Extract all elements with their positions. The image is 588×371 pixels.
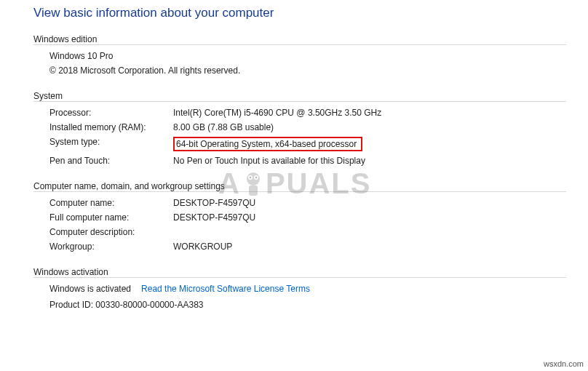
activation-status: Windows is activated — [49, 284, 131, 294]
system-type-highlight: 64-bit Operating System, x64-based proce… — [173, 137, 362, 151]
section-header-windows-activation: Windows activation — [33, 266, 566, 278]
pen-touch-label: Pen and Touch: — [49, 156, 173, 166]
processor-label: Processor: — [49, 108, 173, 118]
site-credit: wsxdn.com — [544, 359, 584, 368]
workgroup-value: WORKGROUP — [173, 242, 566, 252]
workgroup-label: Workgroup: — [49, 242, 173, 252]
ram-value: 8.00 GB (7.88 GB usable) — [173, 122, 566, 132]
computer-description-label: Computer description: — [49, 227, 173, 237]
pen-touch-value: No Pen or Touch Input is available for t… — [173, 156, 566, 166]
system-type-label: System type: — [49, 137, 173, 151]
processor-value: Intel(R) Core(TM) i5-4690 CPU @ 3.50GHz … — [173, 108, 566, 118]
full-computer-name-value: DESKTOP-F4597QU — [173, 212, 566, 223]
section-header-computer-name: Computer name, domain, and workgroup set… — [33, 180, 566, 192]
section-windows-edition: Windows edition Windows 10 Pro © 2018 Mi… — [33, 33, 566, 76]
section-computer-name: Computer name, domain, and workgroup set… — [33, 180, 566, 252]
ram-label: Installed memory (RAM): — [49, 122, 173, 132]
section-windows-activation: Windows activation Windows is activated … — [33, 266, 566, 310]
windows-edition-copyright: © 2018 Microsoft Corporation. All rights… — [49, 65, 566, 76]
system-type-value: 64-bit Operating System, x64-based proce… — [173, 137, 566, 151]
windows-edition-name: Windows 10 Pro — [49, 51, 566, 61]
computer-name-label: Computer name: — [49, 198, 173, 208]
section-header-windows-edition: Windows edition — [33, 33, 566, 45]
product-id: Product ID: 00330-80000-00000-AA383 — [49, 300, 566, 310]
page-title: View basic information about your comput… — [33, 6, 588, 20]
section-header-system: System — [33, 90, 566, 102]
computer-description-value — [173, 227, 566, 237]
license-terms-link[interactable]: Read the Microsoft Software License Term… — [141, 284, 310, 294]
computer-name-value: DESKTOP-F4597QU — [173, 198, 566, 208]
full-computer-name-label: Full computer name: — [49, 212, 173, 223]
section-system: System Processor: Intel(R) Core(TM) i5-4… — [33, 90, 566, 166]
